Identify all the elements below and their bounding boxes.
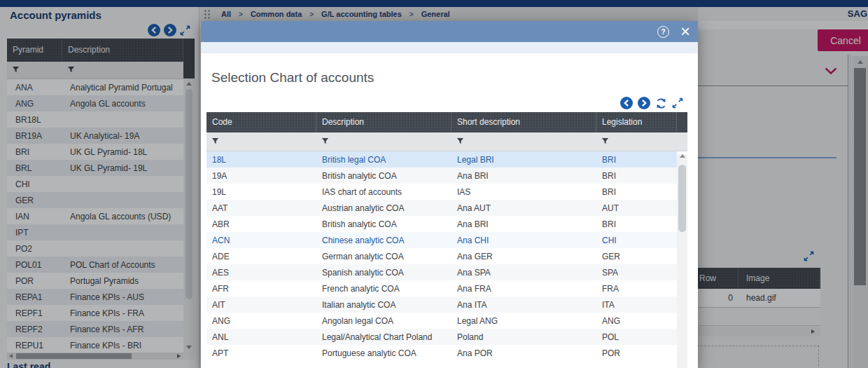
cell-code: 18L	[206, 155, 316, 165]
cell-short-description: Ana AUT	[451, 203, 596, 213]
cell-legislation: POR	[596, 348, 677, 358]
cell-code: ANL	[206, 332, 316, 342]
filter-icon[interactable]	[456, 135, 464, 148]
table-row[interactable]: AATAustrian analytic COAAna AUTAUT	[206, 200, 677, 216]
filter-cell	[596, 132, 677, 151]
cell-legislation: ANG	[596, 316, 677, 326]
cell-short-description: Legal ANG	[451, 316, 596, 326]
table-row[interactable]: ABRBritish analytic COAAna BRIBRI	[206, 216, 677, 232]
cell-description: French analytic COA	[316, 284, 451, 294]
table-row[interactable]: ANLLegal/Analytical Chart PolandPolandPO…	[206, 329, 677, 345]
filter-icon[interactable]	[321, 135, 329, 148]
cell-description: IAS chart of accounts	[316, 187, 451, 197]
close-icon[interactable]	[680, 21, 690, 42]
table-row[interactable]: AESSpanish analytic COAAna SPASPA	[206, 264, 677, 280]
coa-table-vscrollbar[interactable]	[677, 112, 687, 368]
coa-table-body: 18LBritish legal COALegal BRIBRI19ABriti…	[206, 151, 677, 361]
cell-description: British analytic COA	[316, 171, 451, 181]
selection-dialog: Selection Chart of accounts CodeDescript…	[201, 21, 698, 368]
coa-table-header: CodeDescriptionShort descriptionLegislat…	[206, 112, 677, 132]
cell-description: British analytic COA	[316, 219, 451, 229]
cell-short-description: Legal BRI	[451, 155, 596, 165]
cell-legislation: AUT	[596, 203, 677, 213]
cell-short-description: IAS	[451, 187, 596, 197]
cell-legislation: POL	[596, 332, 677, 342]
dialog-header-strip	[201, 42, 698, 53]
expand-icon[interactable]	[672, 97, 683, 109]
cell-description: Angolan legal COA	[316, 316, 451, 326]
dialog-header	[201, 21, 698, 42]
cell-description: British legal COA	[316, 155, 451, 165]
filter-icon[interactable]	[211, 135, 219, 148]
cell-description: Italian analytic COA	[316, 300, 451, 310]
previous-page-icon[interactable]	[620, 97, 633, 109]
cell-description: Legal/Analytical Chart Poland	[316, 332, 451, 342]
cell-code: AFR	[206, 284, 316, 294]
cell-short-description: Ana POR	[451, 348, 596, 358]
cell-legislation: ITA	[596, 300, 677, 310]
cell-description: Austrian analytic COA	[316, 203, 451, 213]
table-row[interactable]: ADEGerman analytic COAAna GERGER	[206, 248, 677, 264]
table-row[interactable]: AFRFrench analytic COAAna FRAFRA	[206, 280, 677, 297]
table-row[interactable]: APTPortuguese analytic COAAna PORPOR	[206, 345, 677, 361]
cell-code: 19L	[206, 187, 316, 197]
refresh-icon[interactable]	[655, 97, 667, 109]
cell-short-description: Poland	[451, 332, 596, 342]
scrollbar-track[interactable]	[677, 154, 687, 368]
cell-short-description: Ana BRI	[451, 171, 596, 181]
scrollbar-header-cap	[677, 112, 687, 132]
scroll-up-arrow[interactable]	[680, 154, 685, 158]
cell-description: Chinese analytic COA	[316, 236, 451, 245]
cell-legislation: FRA	[596, 284, 677, 294]
scrollbar-filter-cap	[677, 132, 687, 151]
coa-table-filter	[206, 132, 677, 151]
cell-code: 19A	[206, 171, 316, 181]
cell-code: AES	[206, 268, 316, 278]
next-page-icon[interactable]	[638, 97, 650, 109]
cell-code: ADE	[206, 252, 316, 261]
filter-cell	[206, 132, 316, 151]
table-row[interactable]: 18LBritish legal COALegal BRIBRI	[206, 151, 677, 168]
filter-cell	[316, 132, 451, 151]
cell-legislation: GER	[596, 252, 677, 261]
cell-legislation: BRI	[596, 171, 677, 181]
column-header[interactable]: Legislation	[596, 112, 677, 132]
table-row[interactable]: 19LIAS chart of accountsIASBRI	[206, 184, 677, 200]
cell-description: German analytic COA	[316, 252, 451, 261]
cell-short-description: Ana CHI	[451, 236, 596, 245]
cell-short-description: Ana BRI	[451, 219, 596, 229]
cell-description: Spanish analytic COA	[316, 268, 451, 278]
cell-legislation: SPA	[596, 268, 677, 278]
cell-code: AAT	[206, 203, 316, 213]
cell-legislation: CHI	[596, 236, 677, 245]
cell-code: ABR	[206, 219, 316, 229]
cell-short-description: Ana FRA	[451, 284, 596, 294]
help-icon[interactable]	[657, 26, 669, 38]
column-header[interactable]: Description	[316, 112, 451, 132]
table-row[interactable]: 19ABritish analytic COAAna BRIBRI	[206, 168, 677, 184]
cell-code: ACN	[206, 236, 316, 245]
cell-code: ANG	[206, 316, 316, 326]
dialog-toolbar	[620, 97, 683, 109]
cell-description: Portuguese analytic COA	[316, 348, 451, 358]
cell-short-description: Ana GER	[451, 252, 596, 261]
cell-short-description: Ana ITA	[451, 300, 596, 310]
table-row[interactable]: AITItalian analytic COAAna ITAITA	[206, 297, 677, 313]
cell-legislation: BRI	[596, 187, 677, 197]
scrollbar-thumb[interactable]	[678, 165, 686, 232]
coa-table: CodeDescriptionShort descriptionLegislat…	[206, 112, 687, 368]
column-header[interactable]: Code	[206, 112, 316, 132]
cell-short-description: Ana SPA	[451, 268, 596, 278]
table-row[interactable]: ACNChinese analytic COAAna CHICHI	[206, 232, 677, 248]
filter-icon[interactable]	[601, 135, 609, 148]
dialog-title: Selection Chart of accounts	[211, 70, 698, 86]
table-row[interactable]: ANGAngolan legal COALegal ANGANG	[206, 313, 677, 329]
cell-code: APT	[206, 348, 316, 358]
column-header[interactable]: Short description	[451, 112, 596, 132]
cell-legislation: BRI	[596, 219, 677, 229]
cell-code: AIT	[206, 300, 316, 310]
cell-legislation: BRI	[596, 155, 677, 165]
filter-cell	[451, 132, 596, 151]
app-root: SAG All>Common data>G/L accounting table…	[0, 0, 868, 368]
